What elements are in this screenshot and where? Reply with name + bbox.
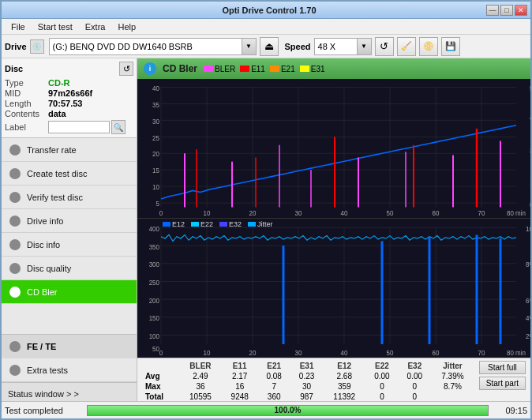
svg-text:10%: 10% [526, 224, 530, 233]
refresh-button[interactable]: ↺ [375, 37, 394, 56]
drive-select[interactable]: (G:) BENQ DVD DD DW1640 BSRB [49, 38, 242, 55]
stats-max-bler: 36 [179, 381, 222, 392]
start-part-button[interactable]: Start part [479, 377, 526, 390]
sidebar: Disc ↺ Type CD-R MID 97m26s66f Length 70… [2, 58, 137, 404]
stats-row-max: Max 36 16 7 30 359 0 0 8.7% [142, 381, 474, 392]
stats-avg-label: Avg [142, 371, 179, 381]
legend-e21: E21 [270, 65, 295, 73]
sidebar-item-cd-bler[interactable]: CD Bler [2, 280, 137, 304]
legend-e22-color [191, 222, 199, 227]
stats-max-jitter: 8.7% [431, 381, 474, 392]
legend-e31: E31 [300, 65, 325, 73]
status-window-label: Status window > > [8, 389, 79, 399]
disc-label-label: Label [5, 122, 48, 132]
legend-e31-label: E31 [311, 65, 325, 73]
disc-label-search-button[interactable]: 🔍 [111, 120, 126, 134]
sidebar-item-transfer-rate[interactable]: Transfer rate [2, 138, 137, 162]
svg-text:15: 15 [152, 167, 159, 174]
stats-col-empty [142, 361, 179, 371]
chart-lower-legend: E12 E22 E32 Jitter [163, 220, 273, 228]
status-text: Test completed [5, 406, 84, 415]
drive-icon: 💿 [30, 39, 44, 54]
disc-title: Disc [5, 64, 23, 73]
svg-text:70: 70 [478, 210, 485, 217]
svg-text:40: 40 [341, 348, 348, 357]
maximize-button[interactable]: □ [500, 5, 513, 16]
speed-select[interactable]: 48 X [314, 38, 358, 55]
stats-buttons: Start full Start part [479, 361, 526, 390]
chart-title: CD Bler [163, 63, 197, 74]
stats-max-label: Max [142, 381, 179, 392]
upper-chart-svg: 40 35 30 25 20 15 10 5 0 10 20 30 40 [137, 79, 530, 218]
main-content: Disc ↺ Type CD-R MID 97m26s66f Length 70… [2, 58, 530, 404]
svg-text:250: 250 [149, 279, 160, 287]
close-button[interactable]: ✕ [515, 5, 527, 16]
sidebar-item-disc-quality[interactable]: Disc quality [2, 257, 137, 280]
menu-start-test[interactable]: Start test [32, 21, 79, 33]
sidebar-item-verify-test-disc[interactable]: Verify test disc [2, 186, 137, 209]
legend-bler-color [204, 66, 213, 72]
svg-text:56 X: 56 X [530, 85, 530, 92]
svg-text:32 X: 32 X [530, 148, 530, 155]
legend-jitter-color [248, 222, 256, 227]
svg-text:20: 20 [152, 151, 159, 158]
stats-avg-e21: 0.08 [258, 371, 290, 381]
menu-file[interactable]: File [5, 21, 32, 33]
legend-e21-label: E21 [281, 65, 295, 73]
drive-eject-button[interactable]: ⏏ [260, 37, 279, 56]
verify-test-disc-icon [8, 190, 22, 204]
stats-max-e12: 359 [323, 381, 365, 392]
drive-dropdown-arrow[interactable]: ▼ [242, 38, 257, 55]
stats-avg-e11: 2.17 [222, 371, 258, 381]
stats-max-e31: 30 [290, 381, 323, 392]
svg-text:16 X: 16 X [530, 181, 530, 188]
svg-text:8 X: 8 X [530, 201, 530, 208]
erase-button[interactable]: 🧹 [397, 37, 416, 56]
menu-extra[interactable]: Extra [79, 21, 112, 33]
minimize-button[interactable]: — [486, 5, 499, 16]
svg-text:10: 10 [204, 210, 211, 217]
progress-bar: 100.0% [87, 405, 489, 416]
svg-text:400: 400 [149, 224, 160, 233]
svg-text:60: 60 [433, 348, 440, 357]
titlebar: Opti Drive Control 1.70 — □ ✕ [2, 2, 530, 19]
stats-col-jitter: Jitter [431, 361, 474, 371]
legend-e31-color [300, 66, 309, 72]
svg-rect-52 [137, 219, 530, 358]
disc-mid-label: MID [5, 88, 48, 98]
legend-e32-label: E32 [229, 220, 242, 228]
svg-text:350: 350 [149, 242, 160, 251]
sidebar-item-disc-info[interactable]: Disc info [2, 233, 137, 257]
disc-mid-value: 97m26s66f [48, 88, 92, 98]
legend-jitter: Jitter [248, 220, 273, 228]
stats-data-table: BLER E11 E21 E31 E12 E22 E32 Jitter [142, 361, 474, 402]
disc-refresh-button[interactable]: ↺ [119, 62, 133, 76]
stats-avg-bler: 2.49 [179, 371, 222, 381]
fe-te-label: FE / TE [27, 342, 56, 351]
speed-dropdown-arrow[interactable]: ▼ [358, 38, 372, 55]
disc-contents-row: Contents data [5, 109, 133, 118]
sidebar-item-extra-tests[interactable]: Extra tests [2, 358, 137, 382]
disc-label-input[interactable] [48, 121, 110, 133]
disc-type-value: CD-R [48, 78, 70, 88]
write-button[interactable]: 📀 [419, 37, 438, 56]
disc-length-label: Length [5, 99, 48, 108]
stats-col-e32: E32 [399, 361, 431, 371]
sidebar-item-fe-te[interactable]: FE / TE [2, 335, 137, 358]
legend-bler-label: BLER [215, 65, 235, 73]
save-button[interactable]: 💾 [441, 37, 460, 56]
stats-col-bler: BLER [179, 361, 222, 371]
stats-avg-jitter: 7.39% [431, 371, 474, 381]
drive-select-wrapper: (G:) BENQ DVD DD DW1640 BSRB ▼ [49, 38, 257, 55]
sidebar-item-create-test-disc[interactable]: Create test disc [2, 162, 137, 186]
chart-lower: E12 E22 E32 Jitter [137, 219, 530, 358]
legend-e11-color [240, 66, 249, 72]
stats-max-e22: 0 [365, 381, 398, 392]
menu-help[interactable]: Help [111, 21, 142, 33]
sidebar-item-drive-info[interactable]: Drive info [2, 209, 137, 233]
svg-text:300: 300 [149, 261, 160, 269]
start-full-button[interactable]: Start full [479, 361, 526, 374]
stats-area: BLER E11 E21 E31 E12 E22 E32 Jitter [137, 358, 530, 404]
charts-container: 40 35 30 25 20 15 10 5 0 10 20 30 40 [137, 79, 530, 358]
fe-te-icon [8, 339, 22, 354]
